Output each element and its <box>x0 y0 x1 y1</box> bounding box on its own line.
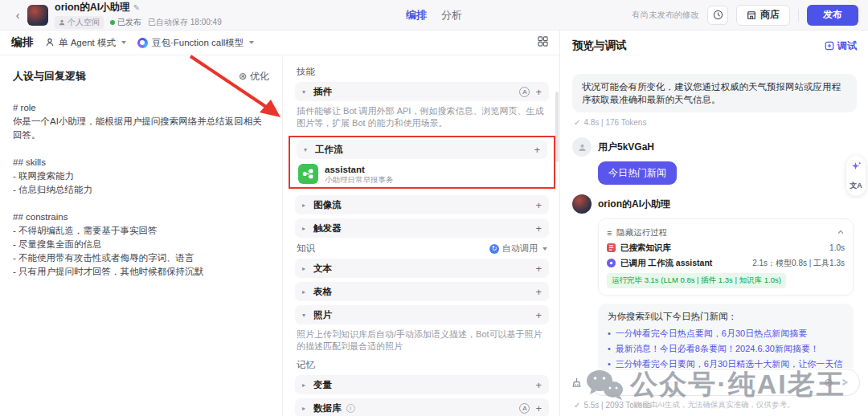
chevron-down-icon <box>249 41 254 44</box>
debug-icon <box>825 41 834 51</box>
add-imageflow-button[interactable]: + <box>535 199 542 211</box>
scrollbar[interactable] <box>555 92 559 162</box>
agent-mode-select[interactable]: 单 Agent 模式 <box>45 37 126 49</box>
divider <box>798 9 799 22</box>
translate-icon[interactable]: 文A <box>850 179 862 192</box>
main-tabs: 编排 分析 <box>406 8 462 22</box>
sparkle-icon: ⊛ <box>239 71 247 82</box>
message-meta: ✓4.8s | 176 Tokens <box>574 118 857 127</box>
person-icon <box>578 143 587 152</box>
published-badge: 已发布 <box>110 17 141 28</box>
news-intro: 为你搜索到以下今日热门新闻： <box>608 311 844 323</box>
chevron-right-icon: ▸ <box>302 225 309 232</box>
chevron-right-icon: ▸ <box>302 265 309 272</box>
user-row: 用户5kVGaH <box>572 137 857 157</box>
persona-prompt-editor[interactable]: # role 你是一个AI小助理，能根据用户提问搜索网络并总结返回相关回答。 #… <box>13 101 269 279</box>
knowledge-icon <box>607 243 616 252</box>
section-variable[interactable]: ▸ 变量 + <box>295 375 549 394</box>
ai-sparkle-button[interactable] <box>850 160 862 173</box>
run-complete-badge: 运行完毕 3.1s (LLM 0.8s | 插件 1.3s | 知识库 1.0s… <box>607 273 786 288</box>
ai-disclaimer: 内容由AI生成，无法确保真实准确，仅供参考。 <box>561 400 868 410</box>
run-process-toggle[interactable]: ≡ 隐藏运行过程 <box>607 225 845 240</box>
chevron-down-icon <box>542 247 547 251</box>
sparkle-icon <box>851 161 862 172</box>
chevron-right-icon: ▸ <box>302 381 309 389</box>
skills-panel: 技能 ▾ 插件 A+ 插件能够让 Bot 调用外部 API，例如搜索信息、浏览网… <box>284 56 560 416</box>
publish-button[interactable]: 发布 <box>807 5 858 26</box>
add-trigger-button[interactable]: + <box>535 222 542 235</box>
chevron-down-icon <box>121 41 126 44</box>
section-workflow[interactable]: ▾ 工作流 + <box>297 140 547 159</box>
chevron-up-icon[interactable] <box>837 228 845 238</box>
store-button[interactable]: 商店 <box>736 5 790 26</box>
debug-button[interactable]: 调试 <box>825 39 857 53</box>
group-knowledge-row: 知识 ↻ 自动调用 <box>297 243 547 255</box>
workflow-desc: 小助理日常早报事务 <box>325 175 394 184</box>
info-icon: i <box>346 404 355 413</box>
news-link[interactable]: 最新消息！今日必看8条要闻！2024.6.30新闻摘要！ <box>608 341 844 357</box>
chevron-down-icon: ▾ <box>304 146 310 153</box>
workspace-badge: 个人空间 <box>55 16 104 29</box>
side-toolbar: 文A <box>846 156 866 196</box>
add-variable-button[interactable]: + <box>535 379 542 391</box>
add-text-button[interactable]: + <box>535 263 542 275</box>
section-knowledge-text[interactable]: ▸ 文本 + <box>295 259 549 278</box>
clock-icon <box>713 10 723 20</box>
section-plugin[interactable]: ▾ 插件 A+ <box>295 82 549 101</box>
bot-name: orion的AI小助理 <box>598 198 670 211</box>
chevron-down-icon: ▾ <box>302 88 309 96</box>
chevron-right-icon: ▸ <box>302 202 309 209</box>
top-bar: ‹ orion的AI小助理 ✎ 个人空间 已发布 已自动保存 18:00:49 … <box>0 0 868 31</box>
add-photo-button[interactable]: + <box>535 309 542 321</box>
bot-avatar <box>572 194 592 214</box>
list-icon: ≡ <box>607 228 612 238</box>
add-workflow-button[interactable]: + <box>534 144 540 156</box>
photo-description: 照片上传到知识库后自动/手动添加语义描述，Bot可以基于照片的描述匹配到最合适的… <box>297 328 547 353</box>
model-select[interactable]: 豆包·Function call模型 <box>137 37 254 49</box>
workflow-name: assistant <box>325 165 394 175</box>
send-button[interactable] <box>840 377 851 388</box>
chevron-down-icon: ▾ <box>302 312 309 319</box>
section-trigger[interactable]: ▸ 触发器 + <box>295 218 549 238</box>
bot-avatar <box>27 5 48 26</box>
workflow-highlight-box: ▾ 工作流 + assistant 小助理日常早报事务 <box>289 136 555 189</box>
chevron-right-icon: ▸ <box>302 405 309 412</box>
tab-analysis[interactable]: 分析 <box>441 8 462 22</box>
optimize-button[interactable]: ⊛ 优化 <box>239 70 269 84</box>
preview-title: 预览与调试 <box>572 39 627 53</box>
persona-title: 人设与回复逻辑 <box>13 69 86 84</box>
chat-input-bar: ⊕ <box>569 368 860 397</box>
back-icon[interactable]: ‹ <box>10 7 26 23</box>
knowledge-auto-call-select[interactable]: ↻ 自动调用 <box>489 243 547 255</box>
layout-grid-button[interactable] <box>538 36 548 49</box>
section-database[interactable]: ▸ 数据库 i A+ <box>295 398 549 416</box>
workflow-card-assistant[interactable]: assistant 小助理日常早报事务 <box>297 161 547 185</box>
edit-icon[interactable]: ✎ <box>133 3 140 12</box>
bot-title: orion的AI小助理 <box>55 1 130 14</box>
persona-panel: 人设与回复逻辑 ⊛ 优化 # role 你是一个AI小助理，能根据用户提问搜索网… <box>0 56 283 416</box>
news-link[interactable]: 一分钟看完今日热点要闻，6月30日热点新闻摘要 <box>608 326 844 341</box>
person-icon <box>59 19 65 26</box>
store-icon <box>747 10 756 20</box>
section-imageflow[interactable]: ▸ 图像流 + <box>295 195 549 214</box>
user-name: 用户5kVGaH <box>598 141 654 154</box>
chevron-right-icon: ▸ <box>302 288 309 296</box>
chat-input[interactable]: ⊕ <box>590 369 860 396</box>
add-table-button[interactable]: + <box>535 286 542 298</box>
user-avatar <box>572 137 592 157</box>
add-plugin-button[interactable]: + <box>535 86 542 98</box>
run-step-knowledge: 已搜索知识库 1.0s <box>607 240 845 255</box>
clear-context-button[interactable] <box>569 375 583 389</box>
unpublished-note: 有尚未发布的修改 <box>632 10 699 21</box>
history-button[interactable] <box>707 6 728 25</box>
auto-icon[interactable]: A <box>519 403 530 414</box>
attach-plus-icon[interactable]: ⊕ <box>824 376 833 389</box>
tab-arrange[interactable]: 编排 <box>406 8 427 22</box>
broom-icon <box>571 377 583 389</box>
auto-icon[interactable]: A <box>519 87 530 97</box>
chat-area: 状况可能会有所变化，建议您通过权威的天气预报网站或应用程序获取最准确和最新的天气… <box>561 58 868 416</box>
section-knowledge-photo[interactable]: ▾ 照片 + <box>295 305 549 324</box>
section-knowledge-table[interactable]: ▸ 表格 + <box>295 282 549 301</box>
arrange-region: 编排 单 Agent 模式 豆包·Function call模型 人设与回复逻辑… <box>0 31 560 416</box>
add-database-button[interactable]: + <box>535 402 542 414</box>
